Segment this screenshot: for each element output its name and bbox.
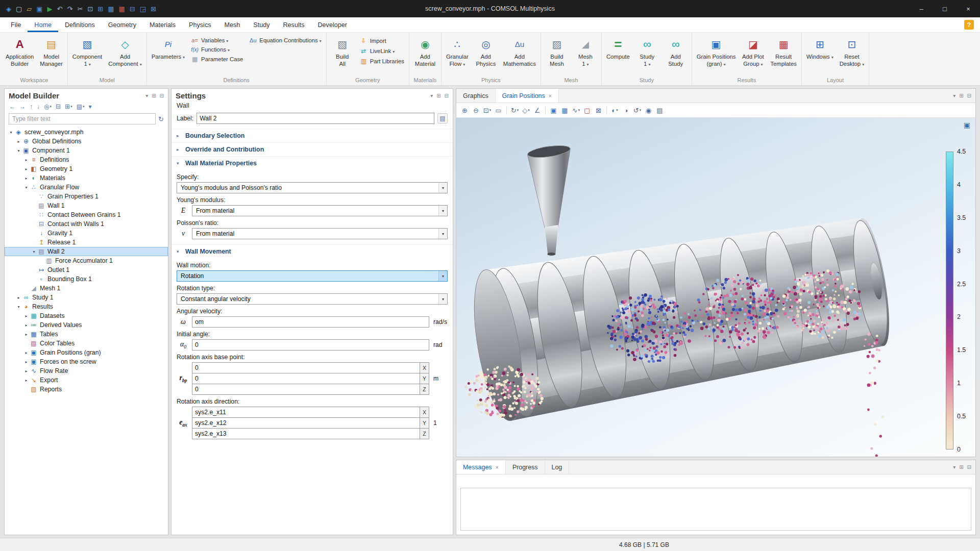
label-options-button[interactable]: ▤ (437, 113, 448, 123)
angular-velocity-input[interactable] (192, 316, 429, 328)
youngs-modulus-dropdown[interactable]: From material ▾ (192, 205, 448, 216)
snapshot-icon[interactable]: ◉ (643, 105, 654, 116)
axis-direction-x-input[interactable] (192, 407, 420, 418)
menu-geometry[interactable]: Geometry (102, 17, 143, 32)
tree-node-reports[interactable]: ▧Reports (5, 385, 168, 394)
ribbon-reset-desktop-button[interactable]: ⊡Reset Desktop▾ (837, 34, 867, 76)
ribbon-result-templates-button[interactable]: ▦Result Templates (767, 34, 800, 76)
tree-node-release-1[interactable]: ↥Release 1 (5, 238, 168, 247)
maximize-button[interactable]: □ (933, 0, 957, 17)
move-down-icon[interactable]: ↓ (35, 102, 41, 111)
expand-icon[interactable]: ▸ (23, 369, 30, 373)
plot-data-icon[interactable]: ∿▾ (571, 105, 581, 116)
panel-menu-icon[interactable]: ▾ (953, 464, 955, 470)
menu-home[interactable]: Home (28, 17, 58, 32)
rotation-type-dropdown[interactable]: Constant angular velocity ▾ (177, 293, 448, 305)
float-panel-icon[interactable]: ⊞ (959, 93, 963, 98)
show-options-icon[interactable]: ◎▾ (42, 102, 53, 111)
tree-node-component-1[interactable]: ▾▣Component 1 (5, 146, 168, 155)
menu-mesh[interactable]: Mesh (217, 17, 247, 32)
tree-node-datasets[interactable]: ▸▦Datasets (5, 311, 168, 320)
tree-node-wall-1[interactable]: ▤Wall 1 (5, 201, 168, 210)
tree-node-study-1[interactable]: ▸∞Study 1 (5, 293, 168, 302)
dock-panel-icon[interactable]: ⊟ (967, 464, 971, 470)
tree-node-screw-conveyor-mph[interactable]: ▾◈screw_conveyor.mph (5, 128, 168, 137)
expand-all-icon[interactable]: ⊞▾ (63, 102, 74, 111)
zoom-extents-icon[interactable]: ⊡▾ (482, 105, 493, 116)
undo-icon[interactable]: ↶ (57, 6, 63, 12)
zoom-in-icon[interactable]: ⊕ (459, 105, 470, 116)
help-icon[interactable]: ? (964, 20, 974, 30)
cut-icon[interactable]: ✂ (77, 6, 83, 12)
minimize-button[interactable]: – (910, 0, 933, 17)
ribbon-mesh-1-button[interactable]: ◢Mesh 1▾ (571, 34, 600, 76)
ribbon-import-button[interactable]: ⇩Import (357, 36, 407, 46)
delete-table-icon[interactable]: ▦ (118, 6, 125, 12)
tab-messages[interactable]: Messages× (456, 460, 506, 474)
dock-panel-icon[interactable]: ⊟ (445, 93, 449, 98)
menu-file[interactable]: File (4, 17, 28, 32)
tree-menu-icon[interactable]: ▾ (87, 102, 93, 111)
collapse-icon[interactable]: ▾ (23, 185, 30, 190)
ribbon-model-manager-button[interactable]: ▤Model Manager (37, 34, 66, 76)
ribbon-grain-positions-gran-button[interactable]: ▣Grain Positions (gran)▾ (694, 34, 739, 76)
expand-icon[interactable]: ▸ (15, 139, 22, 144)
filter-input[interactable] (9, 114, 155, 124)
plot-properties-icon[interactable]: ▣ (964, 121, 970, 129)
wall-motion-dropdown[interactable]: Rotation ▾ (177, 270, 448, 282)
tree-node-forces-on-the-screw[interactable]: ▸▣Forces on the screw (5, 357, 168, 366)
ribbon-build-all-button[interactable]: ▧Build All (328, 34, 357, 76)
dock-panel-icon[interactable]: ⊟ (160, 93, 164, 98)
run-icon[interactable]: ▶ (47, 6, 53, 12)
ribbon-component-1-button[interactable]: ▧Component 1▾ (69, 34, 105, 76)
data-table-icon[interactable]: ▦ (559, 105, 570, 116)
print-icon[interactable]: ▤ (654, 105, 665, 116)
ribbon-add-material-button[interactable]: ◉Add Material (411, 34, 439, 76)
close-button[interactable]: × (957, 0, 980, 17)
ribbon-add-plot-group-button[interactable]: ◪Add Plot Group▾ (739, 34, 767, 76)
panel-menu-icon[interactable]: ▾ (430, 93, 433, 98)
new-file-icon[interactable]: ▢ (16, 6, 22, 12)
section-wall-movement[interactable]: ▾ Wall Movement (172, 244, 453, 258)
tree-node-geometry-1[interactable]: ▸◧Geometry 1 (5, 164, 168, 173)
dock-panel-icon[interactable]: ⊟ (967, 93, 971, 98)
view-orientation-icon[interactable]: ◇▾ (521, 105, 531, 116)
ribbon-granular-flow-button[interactable]: ∴Granular Flow▾ (443, 34, 472, 76)
close-tab-icon[interactable]: × (549, 93, 552, 99)
ribbon-variables-button[interactable]: a=Variables▾ (188, 36, 246, 45)
lock-axis-icon[interactable]: ⊠ (593, 105, 604, 116)
camera-projection-icon[interactable]: ∠ (532, 105, 543, 116)
close-tab-icon[interactable]: × (495, 464, 498, 470)
label-input[interactable] (197, 113, 434, 124)
collapse-icon[interactable]: ▾ (15, 148, 22, 153)
specify-dropdown[interactable]: Young's modulus and Poisson's ratio ▾ (177, 182, 448, 193)
copy-icon[interactable]: ⊡ (87, 6, 93, 12)
ribbon-parameter-case-button[interactable]: ▦Parameter Case (188, 54, 246, 64)
expand-icon[interactable]: ▸ (23, 176, 30, 181)
back-icon[interactable]: ← (8, 102, 17, 111)
zoom-out-icon[interactable]: ⊖ (471, 105, 481, 116)
node-label-icon[interactable]: ▤▾ (75, 102, 86, 111)
tree-node-mesh-1[interactable]: ◢Mesh 1 (5, 284, 168, 293)
update-table-icon[interactable]: ⊟ (130, 6, 135, 12)
axis-direction-y-input[interactable] (192, 417, 420, 429)
menu-materials[interactable]: Materials (143, 17, 182, 32)
panel-menu-icon[interactable]: ▾ (145, 93, 148, 98)
ribbon-add-physics-button[interactable]: ◎Add Physics (472, 34, 500, 76)
environment-icon[interactable]: ↺▾ (632, 105, 643, 116)
tree-node-results[interactable]: ▾◕Results (5, 302, 168, 311)
ribbon-compute-button[interactable]: =Compute (603, 34, 633, 76)
panel-menu-icon[interactable]: ▾ (953, 93, 955, 98)
paste-icon[interactable]: ⊞ (97, 6, 103, 12)
tree-node-force-accumulator-1[interactable]: ▥Force Accumulator 1 (5, 256, 168, 265)
ribbon-build-mesh-button[interactable]: ▨Build Mesh (543, 34, 571, 76)
expand-icon[interactable]: ▸ (15, 295, 22, 300)
tree-node-tables[interactable]: ▸▦Tables (5, 330, 168, 339)
float-panel-icon[interactable]: ⊞ (436, 93, 440, 98)
menu-study[interactable]: Study (247, 17, 276, 32)
expand-icon[interactable]: ▸ (23, 350, 30, 355)
ribbon-study-1-button[interactable]: ∞Study 1▾ (633, 34, 662, 76)
open-file-icon[interactable]: ▱ (27, 6, 32, 12)
tree-node-definitions[interactable]: ▸≡Definitions (5, 155, 168, 164)
search-table-icon[interactable]: ⊠ (151, 6, 156, 12)
